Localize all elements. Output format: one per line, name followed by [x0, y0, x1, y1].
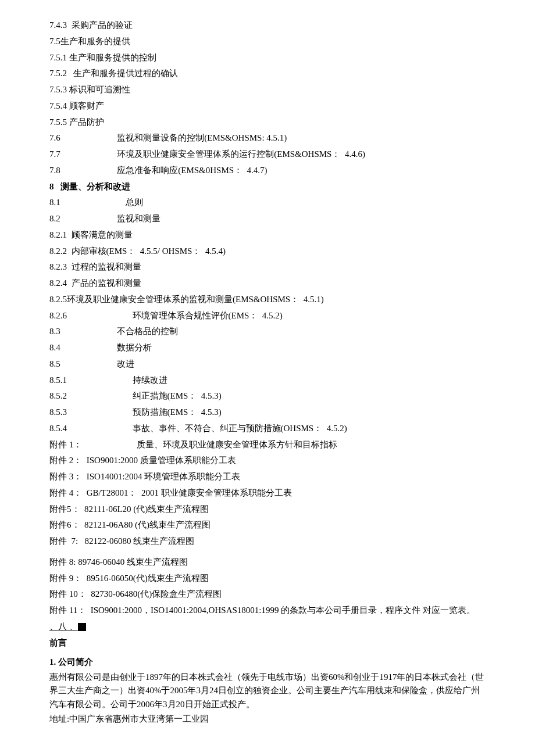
- toc-line: 附件 11： ISO9001:2000，ISO14001:2004,OHSAS1…: [49, 603, 486, 619]
- toc-line: 附件 2： ISO9001:2000 质量管理体系职能分工表: [49, 453, 486, 469]
- toc-line: 8.2.2 内部审核(EMS： 4.5.5/ OHSMS： 4.5.4): [49, 243, 486, 260]
- address-line: 地址:中国广东省惠州市大亚湾第一工业园: [49, 711, 486, 728]
- preface-heading: 前言: [49, 635, 486, 651]
- intro-body: 惠州有限公司是由创业于1897年的日本株式会社（领先于电线市场）出资60%和创业…: [49, 671, 486, 711]
- toc-line: 8.5.1 持续改进: [49, 372, 486, 389]
- toc-line: 8.5 改进: [49, 356, 486, 372]
- toc-line: 附件 9： 89516-06050(代)线束生产流程图: [49, 571, 486, 587]
- toc-line: 8.4 数据分析: [49, 340, 486, 356]
- toc-line: 附件 10： 82730-06480(代)保险盒生产流程图: [49, 586, 486, 603]
- toc-line: 附件6： 82121-06A80 (代)线束生产流程图: [49, 517, 486, 533]
- toc-line: 附件 1： 质量、环境及职业健康安全管理体系方针和目标指标: [49, 437, 486, 453]
- toc-line: 7.5.4 顾客财产: [49, 98, 486, 114]
- toc-line: 8.2.6 环境管理体系合规性评价(EMS： 4.5.2): [49, 308, 486, 324]
- toc-line: 8.2.5环境及职业健康安全管理体系的监视和测量(EMS&OHSMS： 4.5.…: [49, 292, 486, 308]
- toc-line: 8.2.1 顾客满意的测量: [49, 227, 486, 243]
- marker-prefix: 、八 、: [49, 622, 78, 631]
- toc-line: 附件 3： ISO14001:2004 环境管理体系职能分工表: [49, 469, 486, 485]
- toc-line: 8.2 监视和测量: [49, 211, 486, 227]
- toc-line: 8.5.3 预防措施(EMS： 4.5.3): [49, 404, 486, 421]
- toc-line: 7.7 环境及职业健康安全管理体系的运行控制(EMS&OHSMS： 4.4.6): [49, 146, 486, 163]
- toc-line: 7.5.2 生产和服务提供过程的确认: [49, 66, 486, 82]
- square-icon: [78, 623, 86, 631]
- toc-line: 8.2.4 产品的监视和测量: [49, 275, 486, 292]
- toc-line: 8.2.3 过程的监视和测量: [49, 259, 486, 275]
- toc-line: 附件 8: 89746-06040 线束生产流程图: [49, 554, 486, 571]
- toc-line: 7.8 应急准备和响应(EMS&0HSMS： 4.4.7): [49, 163, 486, 179]
- toc-line: 8.3 不合格品的控制: [49, 324, 486, 340]
- toc-line: 附件 4： GB/T28001： 2001 职业健康安全管理体系职能分工表: [49, 485, 486, 501]
- toc-line: 8.1 总则: [49, 195, 486, 211]
- marker-line: 、八 、: [49, 619, 486, 635]
- toc-line: 7.5.3 标识和可追溯性: [49, 82, 486, 98]
- toc-line: 7.5生产和服务的提供: [49, 34, 486, 50]
- toc-line: 7.5.1 生产和服务提供的控制: [49, 50, 486, 66]
- toc-line: 8.5.2 纠正措施(EMS： 4.5.3): [49, 388, 486, 404]
- toc-line: 7.5.5 产品防护: [49, 114, 486, 131]
- toc-line: 8.5.4 事故、事件、不符合、纠正与预防措施(OHSMS： 4.5.2): [49, 421, 486, 437]
- intro-header: 1. 公司简介: [49, 654, 486, 671]
- toc-line: 8 测量、分析和改进: [49, 179, 486, 195]
- toc-line: 7.6 监视和测量设备的控制(EMS&OHSMS: 4.5.1): [49, 130, 486, 146]
- toc-line: 7.4.3 采购产品的验证: [49, 17, 486, 34]
- toc-line: 附件5： 82111-06L20 (代)线束生产流程图: [49, 501, 486, 518]
- toc-line: 附件 7: 82122-06080 线束生产流程图: [49, 533, 486, 550]
